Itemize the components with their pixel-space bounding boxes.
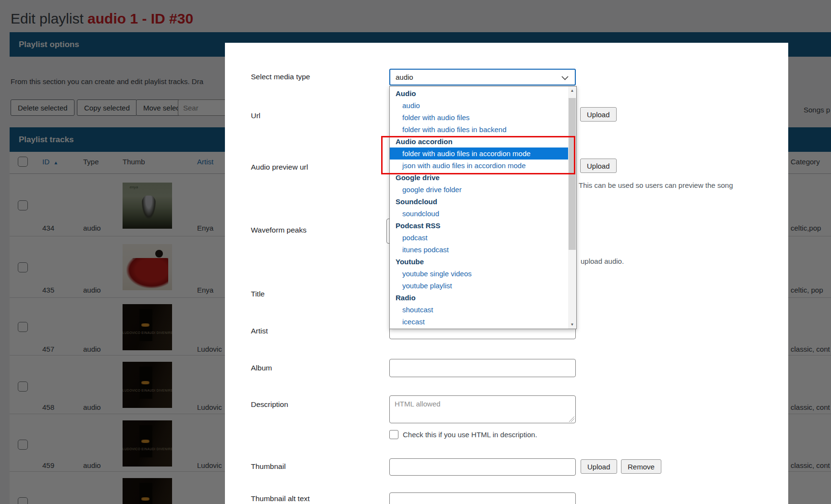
album-label: Album <box>251 364 272 372</box>
dropdown-group: Radio <box>390 292 568 304</box>
dropdown-option[interactable]: shoutcast <box>390 304 568 316</box>
html-description-checkbox[interactable] <box>389 430 398 439</box>
audio-preview-url-label: Audio preview url <box>251 163 308 172</box>
waveform-peaks-label: Waveform peaks <box>251 226 307 234</box>
dropdown-option[interactable]: youtube single videos <box>390 268 568 280</box>
url-label: Url <box>251 111 260 120</box>
scroll-down-icon[interactable]: ▼ <box>568 320 576 329</box>
url-upload-button[interactable]: Upload <box>580 107 617 122</box>
dropdown-option[interactable]: icecast <box>390 316 568 328</box>
dropdown-option[interactable]: soundcloud <box>390 208 568 220</box>
title-label: Title <box>251 290 265 298</box>
resize-handle-icon[interactable] <box>569 417 574 422</box>
audio-preview-help-text: This can be used so users can preview th… <box>579 181 733 189</box>
dropdown-option[interactable]: folder with audio files in backend <box>390 123 568 135</box>
dropdown-group: Podcast RSS <box>390 220 568 232</box>
dropdown-option[interactable]: podcast <box>390 232 568 244</box>
thumbnail-alt-input[interactable] <box>389 492 576 504</box>
media-type-select[interactable]: audio <box>389 69 576 86</box>
scroll-up-icon[interactable]: ▲ <box>568 86 576 95</box>
dropdown-option[interactable]: audio <box>390 99 568 111</box>
thumbnail-label: Thumbnail <box>251 462 285 471</box>
description-textarea[interactable]: HTML allowed <box>389 395 576 423</box>
dropdown-group: Soundcloud <box>390 196 568 208</box>
thumbnail-input[interactable] <box>389 458 576 476</box>
audio-preview-upload-button[interactable]: Upload <box>580 159 617 173</box>
annotation-highlight-rectangle <box>381 136 575 174</box>
media-type-selected-value: audio <box>396 73 413 81</box>
edit-track-modal: Select media type audio Url Upload Audio… <box>225 43 788 504</box>
media-type-dropdown-list: Audio audio folder with audio files fold… <box>389 86 577 329</box>
dropdown-scrollbar[interactable]: ▲ ▼ <box>568 86 576 329</box>
dropdown-option[interactable]: folder with audio files <box>390 111 568 123</box>
dropdown-option[interactable]: youtube playlist <box>390 280 568 292</box>
description-placeholder: HTML allowed <box>395 400 440 408</box>
waveform-help-text: upload audio. <box>581 257 624 265</box>
thumbnail-alt-label: Thumbnail alt text <box>251 494 310 503</box>
dropdown-option[interactable]: itunes podcast <box>390 244 568 256</box>
dropdown-option[interactable]: google drive folder <box>390 184 568 196</box>
chevron-down-icon <box>561 76 569 80</box>
thumbnail-remove-button[interactable]: Remove <box>621 459 661 474</box>
media-type-label: Select media type <box>251 73 310 81</box>
html-description-checkbox-label: Check this if you use HTML in descriptio… <box>403 430 537 439</box>
dropdown-group: Youtube <box>390 256 568 268</box>
thumbnail-upload-button[interactable]: Upload <box>581 459 617 474</box>
artist-label: Artist <box>251 327 268 335</box>
description-label: Description <box>251 400 288 409</box>
dropdown-group: Audio <box>390 87 568 99</box>
album-input[interactable] <box>389 359 576 377</box>
